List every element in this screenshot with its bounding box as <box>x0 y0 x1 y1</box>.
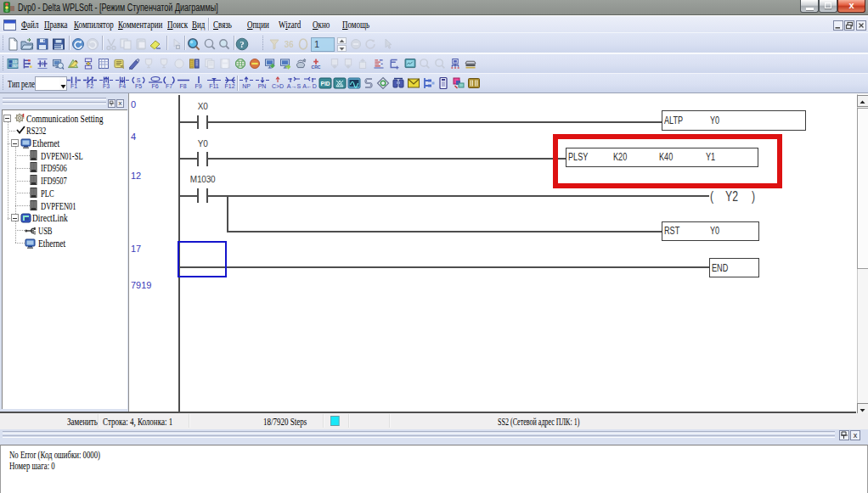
svg-text:?: ? <box>240 39 245 49</box>
svg-text:36: 36 <box>284 40 294 49</box>
svg-text:OUT: OUT <box>11 64 19 68</box>
svg-text:PID: PID <box>321 81 330 87</box>
svg-text:S: S <box>137 77 141 83</box>
svg-text:CRC: CRC <box>311 64 320 70</box>
